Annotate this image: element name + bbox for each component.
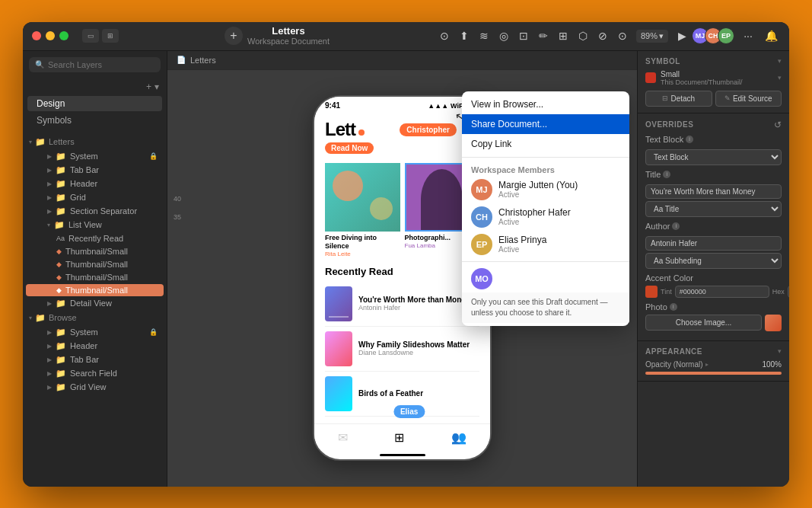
choose-image-button[interactable]: Choose Image... <box>645 315 762 331</box>
dropdown-item-share-document[interactable]: Share Document... <box>462 114 629 134</box>
app-logo: Lett <box>325 119 355 140</box>
detach-label: Detach <box>670 94 695 103</box>
book-list-item-1[interactable]: You're Worth More than Money Antonin Haf… <box>325 282 479 327</box>
sidebar-item-thumb-1[interactable]: ◆ Thumbnail/Small <box>26 245 164 257</box>
comment-icon[interactable]: ≋ <box>475 27 493 45</box>
link-icon[interactable]: ⬡ <box>574 27 592 45</box>
tab-grid-icon[interactable]: ⊞ <box>394 430 404 445</box>
play-icon[interactable]: ▶ <box>673 27 691 45</box>
reset-icon[interactable]: ↺ <box>774 120 782 130</box>
right-panel: SYMBOL ▾ Small This Document/Thumbnail/ … <box>637 51 789 487</box>
sidebar-item-browse[interactable]: ▾ 📁 Browse <box>23 311 167 325</box>
sidebar-item-search-field[interactable]: ▶ 📁 Search Field <box>26 367 164 380</box>
add-page-icon[interactable]: + <box>146 81 151 92</box>
target-icon[interactable]: ◎ <box>495 27 513 45</box>
author-input[interactable] <box>645 236 782 251</box>
page-design[interactable]: Design <box>27 96 162 111</box>
search-input[interactable] <box>48 60 154 69</box>
mask-icon[interactable]: ⊘ <box>594 27 612 45</box>
photo-info-icon: i <box>670 303 677 311</box>
single-view-icon[interactable]: ▭ <box>82 29 99 43</box>
detach-button[interactable]: ⊟ Detach <box>645 91 712 107</box>
sidebar-item-letters[interactable]: ▾ 📁 Letters <box>23 135 167 149</box>
pages-chevron-icon[interactable]: ▾ <box>154 81 159 92</box>
more-icon[interactable]: ⊙ <box>613 27 632 45</box>
sidebar-item-grid[interactable]: ▶ 📁 Grid <box>26 191 164 204</box>
grid-view-icon[interactable]: ⊞ <box>102 29 119 43</box>
folder-icon: 📁 <box>56 341 66 351</box>
tab-people-icon[interactable]: 👥 <box>451 430 467 445</box>
dropdown-item-copy-link[interactable]: Copy Link <box>462 134 629 154</box>
sidebar-item-grid-view[interactable]: ▶ 📁 Grid View <box>26 381 164 394</box>
settings-icon[interactable]: ⊙ <box>435 27 454 45</box>
sidebar-item-section-sep[interactable]: ▶ 📁 Section Separator <box>26 205 164 218</box>
member-status-mj: Active <box>498 190 620 199</box>
opacity-input[interactable] <box>788 286 789 298</box>
sidebar-item-tabbar-1[interactable]: ▶ 📁 Tab Bar <box>26 164 164 177</box>
sidebar-item-detail-view[interactable]: ▶ 📁 Detail View <box>26 297 164 310</box>
title-field: Title i Aa Title <box>645 170 782 217</box>
sidebar-item-recently-read[interactable]: Aa Recently Read <box>26 232 164 244</box>
folder-icon: 📁 <box>54 220 65 230</box>
page-symbols[interactable]: Symbols <box>27 113 162 128</box>
user-tag[interactable]: Christopher <box>400 123 457 136</box>
text-block-label: Text Block i <box>645 135 693 144</box>
book-meta-1: Free Diving into Silence Rita Leite <box>325 232 400 260</box>
resize-icon[interactable]: ⊡ <box>514 27 533 45</box>
chevron-right-icon: ▶ <box>47 194 52 201</box>
sidebar-item-thumb-4[interactable]: ◆ Thumbnail/Small <box>26 284 164 296</box>
sidebar-item-header-2[interactable]: ▶ 📁 Header <box>26 340 164 353</box>
fullscreen-button[interactable] <box>59 31 68 40</box>
close-button[interactable] <box>32 31 41 40</box>
pen-icon[interactable]: ✏ <box>534 27 552 45</box>
sidebar-item-tabbar-2[interactable]: ▶ 📁 Tab Bar <box>26 353 164 366</box>
member-margie[interactable]: MJ Margie Jutten (You) Active <box>462 176 629 203</box>
member-elias[interactable]: EP Elias Prinya Active <box>462 231 629 258</box>
canvas-content[interactable]: 40 35 9:41 ▲▲▲ WiFi <box>167 70 637 487</box>
member-christopher[interactable]: CH Christopher Hafer Active <box>462 203 629 231</box>
sidebar-item-header-1[interactable]: ▶ 📁 Header <box>26 177 164 190</box>
symbol-type-chevron-icon[interactable]: ▾ <box>778 74 782 81</box>
add-button[interactable]: + <box>224 27 243 45</box>
book-card-1[interactable]: Free Diving into Silence Rita Leite <box>325 163 400 260</box>
more-users-icon[interactable]: ··· <box>739 27 757 45</box>
appearance-section: APPEARANCE ▾ Opacity (Normal) ▸ 100% <box>638 341 789 382</box>
title-input[interactable] <box>645 184 782 199</box>
notifications-icon[interactable]: 🔔 <box>762 27 780 45</box>
dropdown-item-view-browser[interactable]: View in Browser... <box>462 94 629 114</box>
sidebar-item-system-1[interactable]: ▶ 📁 System 🔒 <box>26 150 164 163</box>
chevron-right-icon: ▶ <box>47 343 52 350</box>
appearance-title: APPEARANCE <box>645 347 702 356</box>
symbol-icon: ◆ <box>56 286 62 294</box>
author-style-select[interactable]: Aa Subheding <box>645 253 782 269</box>
title-label: Title i <box>645 170 670 179</box>
member-info-ch: Christopher Hafer Active <box>498 207 620 226</box>
book-info-2: Why Family Slideshows Matter Diane Lansd… <box>358 340 479 356</box>
accent-color-swatch[interactable] <box>645 286 658 298</box>
upload-icon[interactable]: ⬆ <box>455 27 473 45</box>
opacity-label: Opacity (Normal) ▸ <box>645 360 709 369</box>
tab-mail-icon[interactable]: ✉ <box>338 430 348 445</box>
detach-icon: ⊟ <box>662 94 668 102</box>
sidebar-item-system-2[interactable]: ▶ 📁 System 🔒 <box>26 326 164 339</box>
read-now-tag[interactable]: Read Now <box>325 142 374 154</box>
toolbar-right: ⊙ ⬆ ≋ ◎ ⊡ ✏ ⊞ ⬡ ⊘ ⊙ 89% ▾ ▶ MJ CH EP ··· <box>435 27 780 45</box>
folder-icon: 📁 <box>56 369 66 379</box>
sidebar-item-thumb-3[interactable]: ◆ Thumbnail/Small <box>26 271 164 283</box>
sidebar-item-list-view[interactable]: ▾ 📁 List View <box>26 219 164 232</box>
hex-input[interactable] <box>675 286 769 298</box>
sidebar-label-browse: Browse <box>49 313 77 322</box>
symbol-section: SYMBOL ▾ Small This Document/Thumbnail/ … <box>638 51 789 113</box>
opacity-slider[interactable] <box>645 372 782 375</box>
sidebar-item-thumb-2[interactable]: ◆ Thumbnail/Small <box>26 258 164 270</box>
book-list-item-2[interactable]: Why Family Slideshows Matter Diane Lansd… <box>325 327 479 372</box>
edit-source-button[interactable]: ✎ Edit Source <box>715 91 782 107</box>
minimize-button[interactable] <box>46 31 55 40</box>
frame-icon[interactable]: ⊞ <box>554 27 572 45</box>
text-block-select[interactable]: Text Block <box>645 149 782 165</box>
title-style-select[interactable]: Aa Title <box>645 201 782 217</box>
folder-icon: 📁 <box>56 355 66 365</box>
zoom-control[interactable]: 89% ▾ <box>636 30 668 43</box>
member-avatar-mo: MO <box>471 268 492 289</box>
search-bar[interactable]: 🔍 <box>29 57 161 72</box>
